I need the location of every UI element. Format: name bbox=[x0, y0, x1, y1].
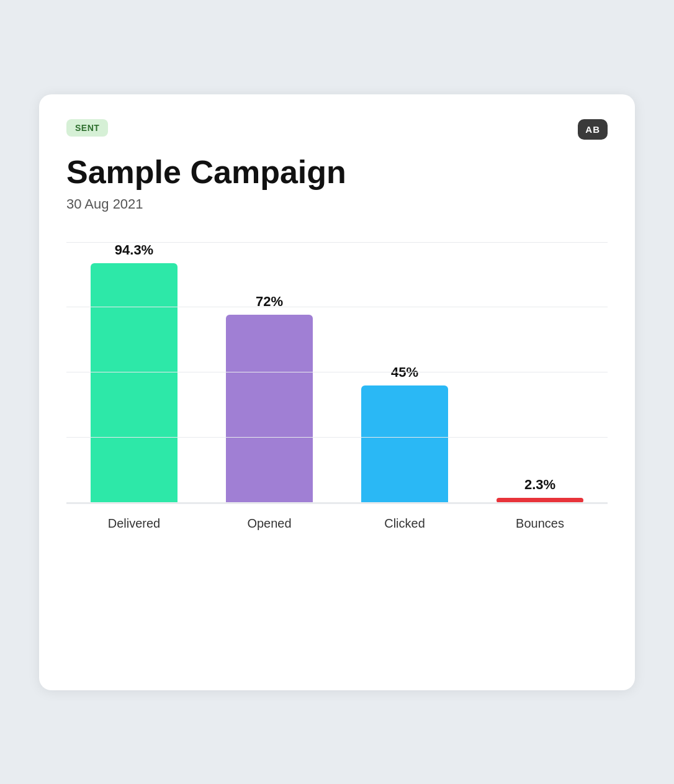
bar-group-bounces: 2.3% bbox=[472, 242, 608, 503]
bars-container: 94.3% 72% 45% 2.3% bbox=[66, 242, 608, 503]
chart-area: 94.3% 72% 45% 2.3% Delivered Opened bbox=[66, 242, 608, 663]
bar-group-clicked: 45% bbox=[337, 242, 472, 503]
bar-labels: Delivered Opened Clicked Bounces bbox=[66, 504, 608, 531]
bar-label-clicked: Clicked bbox=[337, 516, 472, 531]
bar-label-opened: Opened bbox=[202, 516, 337, 531]
sent-badge: SENT bbox=[66, 119, 108, 137]
campaign-date: 30 Aug 2021 bbox=[66, 196, 608, 212]
bar-bounces bbox=[497, 498, 583, 503]
campaign-title: Sample Campaign bbox=[66, 155, 608, 190]
bar-group-delivered: 94.3% bbox=[66, 242, 202, 503]
bar-value-delivered: 94.3% bbox=[115, 242, 153, 258]
bar-label-bounces: Bounces bbox=[472, 516, 608, 531]
bar-value-opened: 72% bbox=[256, 294, 283, 310]
bar-label-delivered: Delivered bbox=[66, 516, 202, 531]
card-header: SENT AB bbox=[66, 119, 608, 140]
bar-clicked bbox=[361, 385, 448, 503]
ab-test-icon[interactable]: AB bbox=[578, 119, 608, 140]
bar-value-clicked: 45% bbox=[391, 364, 418, 381]
bar-opened bbox=[226, 315, 313, 502]
bar-group-opened: 72% bbox=[202, 242, 337, 503]
bar-value-bounces: 2.3% bbox=[524, 477, 555, 493]
campaign-card: SENT AB Sample Campaign 30 Aug 2021 94.3… bbox=[39, 94, 635, 690]
bar-delivered bbox=[91, 263, 177, 503]
